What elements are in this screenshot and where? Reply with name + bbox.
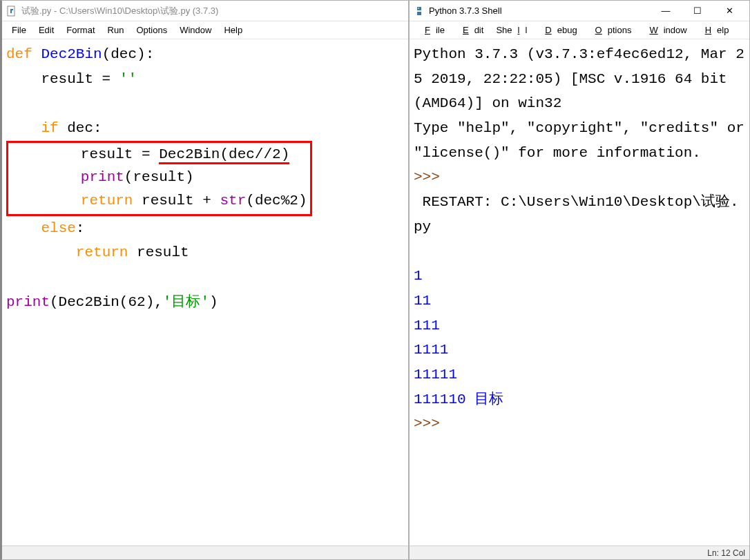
shell-help: Type "help", "copyright", "credits" or "…: [414, 120, 749, 161]
recursive-call: Dec2Bin(dec//2): [159, 146, 289, 164]
code-text: (dec):: [102, 46, 155, 62]
shell-content[interactable]: Python 3.7.3 (v3.7.3:ef4ec6ed12, Mar 25 …: [410, 39, 749, 545]
builtin-print: print: [6, 294, 50, 310]
kw-return: return: [81, 193, 133, 209]
code-text: :: [76, 220, 85, 236]
menu-edit[interactable]: Edit: [452, 23, 489, 37]
editor-title: 试验.py - C:\Users\Win10\Desktop\试验.py (3.…: [21, 5, 404, 17]
shell-banner: Python 3.7.3 (v3.7.3:ef4ec6ed12, Mar 25 …: [414, 46, 744, 111]
editor-statusbar: [2, 545, 408, 559]
string-literal: '': [119, 71, 137, 87]
editor-titlebar[interactable]: 试验.py - C:\Users\Win10\Desktop\试验.py (3.…: [2, 1, 408, 21]
close-button[interactable]: ✕: [713, 1, 745, 21]
shell-window: Python 3.7.3 Shell — ☐ ✕ File Edit Shell…: [409, 0, 750, 560]
python-file-icon: [6, 6, 17, 17]
status-text: Ln: 12 Col: [707, 548, 745, 558]
kw-def: def: [6, 46, 32, 62]
code-text: (Dec2Bin(62),: [50, 294, 163, 310]
menu-help[interactable]: Help: [694, 23, 735, 37]
output-line: 111: [414, 318, 440, 334]
shell-title: Python 3.7.3 Shell: [429, 6, 650, 16]
maximize-button[interactable]: ☐: [682, 1, 713, 21]
output-line: 11: [414, 293, 431, 309]
code-text: (dec%2): [246, 193, 307, 209]
menu-options[interactable]: Options: [131, 23, 173, 37]
menu-help[interactable]: Help: [218, 23, 248, 37]
menu-edit[interactable]: Edit: [33, 23, 59, 37]
code-text: result: [128, 244, 189, 260]
kw-if: if: [41, 120, 58, 136]
output-line: 11111: [414, 367, 457, 383]
menu-shell[interactable]: Shell: [490, 23, 532, 37]
kw-return: return: [76, 244, 128, 260]
fn-name: Dec2Bin: [41, 46, 102, 62]
highlighted-box: result = Dec2Bin(dec//2) print(result) r…: [6, 141, 312, 216]
code-text: (result): [124, 169, 194, 185]
menu-debug[interactable]: Debug: [534, 23, 582, 37]
menu-run[interactable]: Run: [102, 23, 130, 37]
code-text: result =: [6, 71, 119, 87]
code-text: result +: [133, 193, 220, 209]
builtin-str: str: [220, 193, 246, 209]
shell-statusbar: Ln: 12 Col: [410, 545, 749, 559]
output-line: 111110 目标: [414, 392, 503, 407]
editor-content[interactable]: def Dec2Bin(dec): result = '' if dec: re…: [2, 39, 408, 545]
editor-window: 试验.py - C:\Users\Win10\Desktop\试验.py (3.…: [0, 0, 409, 560]
code-text: dec:: [59, 120, 102, 136]
menu-file[interactable]: File: [414, 23, 450, 37]
menu-options[interactable]: Options: [584, 23, 637, 37]
output-line: 1: [414, 268, 423, 284]
code-text: ): [209, 294, 218, 310]
shell-restart: RESTART: C:\Users\Win10\Desktop\试验.py: [414, 194, 738, 235]
menu-window[interactable]: Window: [174, 23, 217, 37]
svg-point-1: [418, 8, 419, 9]
kw-else: else: [41, 220, 75, 236]
shell-output[interactable]: Python 3.7.3 (v3.7.3:ef4ec6ed12, Mar 25 …: [410, 39, 749, 439]
minimize-button[interactable]: —: [650, 1, 682, 21]
shell-titlebar[interactable]: Python 3.7.3 Shell — ☐ ✕: [410, 1, 749, 21]
menu-format[interactable]: Format: [61, 23, 100, 37]
python-shell-icon: [414, 6, 425, 17]
output-line: 1111: [414, 342, 448, 358]
window-controls: — ☐ ✕: [650, 1, 745, 21]
shell-prompt: >>>: [414, 416, 448, 432]
string-literal: '目标': [163, 294, 209, 310]
menu-file[interactable]: File: [6, 23, 32, 37]
shell-prompt: >>>: [414, 169, 448, 185]
shell-menubar: File Edit Shell Debug Options Window Hel…: [410, 21, 749, 39]
editor-menubar: File Edit Format Run Options Window Help: [2, 21, 408, 39]
builtin-print: print: [81, 169, 124, 185]
code-area[interactable]: def Dec2Bin(dec): result = '' if dec: re…: [2, 39, 408, 317]
menu-window[interactable]: Window: [638, 23, 692, 37]
